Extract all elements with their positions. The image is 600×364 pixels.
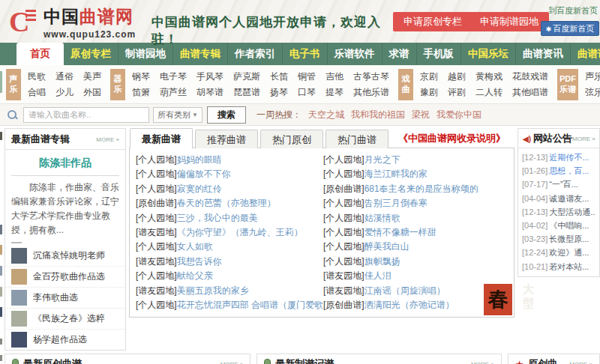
nav-item[interactable]: 首页 [16,43,64,65]
category-link[interactable]: 京剧 [420,69,438,85]
announcement-item[interactable]: [07-17]“一”百... [522,178,596,191]
announcement-item[interactable]: [03-23]长微型原... [522,232,596,246]
song-list-item[interactable]: [个人园地]旗帜飘扬 [323,255,511,269]
song-list-item[interactable]: [个人园地]告别三月倒春寒 [323,196,511,210]
announcement-item[interactable]: [12-13]近期传不... [522,151,596,164]
featured-album-title[interactable]: 陈涤非作品 [5,150,125,175]
category-select[interactable]: 所有类别▼ [153,107,202,123]
announcement-item[interactable]: [10-21]若对本站... [522,260,596,273]
category-link[interactable]: 花鼓戏谱 [512,69,548,85]
category-link[interactable]: 少儿 [56,85,74,100]
song-list-item[interactable]: [个人园地]三沙，我心中的最美 [136,211,323,225]
hot-search-link[interactable]: 我和我的祖国 [351,109,405,121]
album-list-item[interactable]: 杨学超作品选 [5,329,125,350]
apply-original-column-button[interactable]: 申请原创专栏 [393,12,472,31]
song-tab[interactable]: 最新曲谱 [130,128,193,148]
song-list-item[interactable]: [谱友园地]《为你守望》（潘九岭、王莉） [136,225,323,240]
song-list-item[interactable]: [个人园地]月光之下 [323,153,511,167]
nav-item[interactable]: 曲谱资讯 [516,43,571,65]
announcement-item[interactable]: [04-02]《中唱响... [522,219,596,232]
announcement-item[interactable]: [04-04]诚邀谱友... [522,192,596,205]
song-list-item[interactable]: [个人园地]爱情不像糖一样甜 [323,225,511,240]
nav-item[interactable]: 手机版 [417,43,462,65]
category-link[interactable]: 笛箫 [132,85,150,100]
category-link[interactable]: 外国 [83,85,101,100]
song-list-item[interactable]: [谱友园地]佳人泪 [323,269,511,283]
album-list-item[interactable]: 沉痛哀悼姚明老师 [5,246,125,266]
original-song-more-link[interactable]: MORE » [569,361,592,364]
category-link[interactable]: 越剧 [448,69,466,85]
song-list-item[interactable]: [谱友园地]我想告诉你 [136,255,323,269]
song-list-item[interactable]: [个人园地]姑溪情歌 [323,211,511,225]
inclusion-notice-link[interactable]: 《中国曲谱网收录说明》 [398,132,506,145]
hot-search-link[interactable]: 我爱你中国 [436,109,482,121]
category-link[interactable]: 葫芦丝 [160,85,187,100]
announcement-more-link[interactable]: MORE » [572,136,596,142]
album-link[interactable]: 李伟歌曲选 [33,291,78,304]
song-list-item[interactable]: [个人园地]花开忘忧混声四部 合唱谱（厦门爱歌... [136,298,323,312]
category-link[interactable]: 通俗 [56,69,74,85]
search-button[interactable]: 搜索 [207,106,246,124]
song-list-item[interactable]: [个人园地]女人如歌 [136,240,323,254]
category-link[interactable]: 钢琴 [132,69,150,85]
category-link[interactable]: 民歌 [28,69,46,85]
category-link[interactable]: 铜管 [298,69,316,85]
album-more-link[interactable]: MORE » [96,136,119,143]
song-list-item[interactable]: [个人园地]偏偏放不下你 [136,167,323,181]
song-list-item[interactable]: [原创曲谱]681奉主名来的是应当称颂的 [323,182,511,196]
nav-item[interactable]: 原创专栏 [64,43,118,65]
category-link[interactable]: 吉他 [326,69,344,85]
nav-item[interactable]: 曲谱论坛 [571,43,600,65]
announcement-item[interactable]: [12-13]大型活动通... [522,205,596,219]
song-list-item[interactable]: [谱友园地]美丽五原我的家乡 [136,284,323,298]
category-link[interactable]: 豫剧 [420,85,438,100]
latest-transcription-more-link[interactable]: MORE » [471,361,494,364]
category-link[interactable]: 弦乐 [585,85,600,100]
category-link[interactable]: 声乐 [585,69,600,85]
song-tab[interactable]: 热门原创 [260,130,323,148]
category-link[interactable]: 古筝古琴 [353,69,389,85]
category-link[interactable]: 黄梅戏 [476,69,502,85]
album-list-item[interactable]: 金百芬歌曲作品选 [5,266,125,287]
category-link[interactable]: 长笛 [270,69,288,85]
category-link[interactable]: 琵琶谱 [233,85,260,100]
category-link[interactable]: 口琴 [298,85,316,100]
site-logo[interactable]: C 中国曲谱网 www.qupu123.com [9,5,136,40]
song-tab[interactable]: 推荐曲谱 [195,130,258,148]
category-link[interactable]: 提琴 [326,85,344,100]
nav-item[interactable]: 中国乐坛 [461,43,516,65]
announcement-item[interactable]: [01-26]思想，百... [522,164,596,178]
album-link[interactable]: 《民族之春》选粹 [33,312,105,325]
apply-making-garden-button[interactable]: 申请制谱园地 [470,12,549,31]
song-list-item[interactable]: [个人园地]献给父亲 [136,269,323,283]
album-list-item[interactable]: 《民族之春》选粹 [5,308,125,329]
song-tab[interactable]: 热门曲谱 [326,130,388,148]
hot-search-link[interactable]: 天空之城 [308,109,344,121]
baidu-new-homepage-button[interactable]: ✱百度新首页 [541,21,599,36]
song-list-item[interactable]: [个人园地]醉美我白山 [323,240,511,254]
category-link[interactable]: 萨克斯 [233,69,260,85]
song-list-item[interactable]: [谱友园地]江南谣（周旋演唱） [323,284,511,298]
category-link[interactable]: 美声 [83,69,101,85]
category-link[interactable]: 扬琴 [270,85,288,100]
announcement-item[interactable]: [12-24]欢迎》通... [522,246,596,259]
category-link[interactable]: 电子琴 [160,69,187,85]
latest-original-more-link[interactable]: MORE » [220,361,244,364]
album-link[interactable]: 沉痛哀悼姚明老师 [33,249,105,262]
album-link[interactable]: 金百芬歌曲作品选 [33,270,105,283]
album-link[interactable]: 杨学超作品选 [33,333,87,346]
category-link[interactable]: 合唱 [28,85,46,100]
song-list-item[interactable]: [原创曲谱]洒满阳光（亦弛记谱） [323,298,511,312]
baidu-homepage-link[interactable]: 到百度新首页 [548,5,598,16]
album-list-item[interactable]: 李伟歌曲选 [5,287,125,308]
song-list-item[interactable]: [个人园地]妈妈的眼睛 [136,153,323,167]
song-list-item[interactable]: [原创曲谱]春天的芭蕾（亦弛整理） [136,196,323,210]
category-link[interactable]: 二人转 [476,85,502,100]
category-link[interactable]: 其他唱谱 [512,85,548,100]
song-list-item[interactable]: [个人园地]海兰江畔我的家 [323,167,511,181]
category-link[interactable]: 胡琴谱 [196,85,224,100]
category-link[interactable]: 其他乐谱 [353,85,389,100]
category-link[interactable]: 手风琴 [196,69,224,85]
hot-search-link[interactable]: 梁祝 [412,109,430,121]
category-link[interactable]: 评剧 [448,85,466,100]
